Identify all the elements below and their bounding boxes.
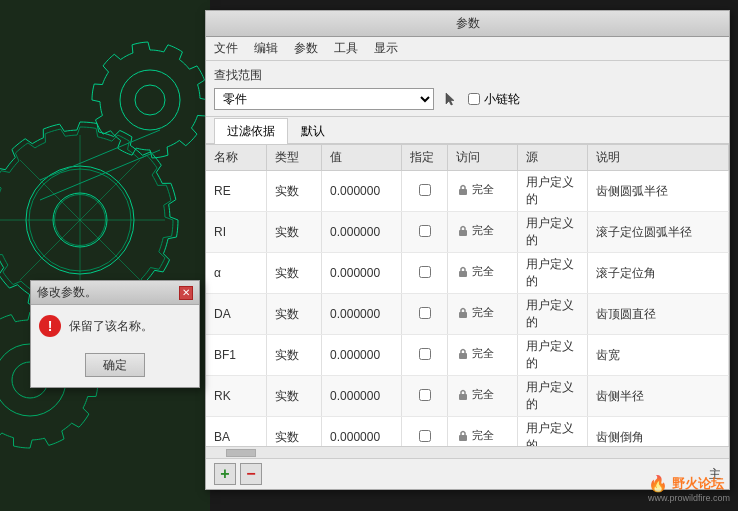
dialog-titlebar: 修改参数。 ✕ [31, 281, 199, 305]
modify-param-dialog: 修改参数。 ✕ ! 保留了该名称。 确定 [30, 280, 200, 388]
main-panel: 参数 文件 编辑 参数 工具 显示 查找范围 零件 [205, 10, 730, 490]
parameters-table-wrapper: 名称 类型 值 指定 访问 源 说明 RE 实数 0.000000 完全 [206, 144, 729, 446]
parameters-table: 名称 类型 值 指定 访问 源 说明 RE 实数 0.000000 完全 [206, 145, 729, 446]
col-header-name: 名称 [206, 145, 266, 171]
table-row[interactable]: α 实数 0.000000 完全 用户定义的 滚子定位角 [206, 253, 729, 294]
svg-rect-3 [459, 312, 467, 318]
cell-value: 0.000000 [322, 171, 402, 212]
watermark-brand: 野火论坛 [672, 475, 724, 493]
cell-type: 实数 [266, 417, 321, 447]
menu-display[interactable]: 显示 [374, 40, 398, 57]
cell-access: 完全 [447, 171, 517, 212]
cell-source: 用户定义的 [517, 417, 587, 447]
cell-source: 用户定义的 [517, 253, 587, 294]
cell-name: DA [206, 294, 266, 335]
cell-type: 实数 [266, 253, 321, 294]
dialog-message: 保留了该名称。 [69, 318, 153, 335]
fire-icon: 🔥 [648, 474, 668, 493]
cell-desc: 齿宽 [588, 335, 729, 376]
cell-access: 完全 [447, 212, 517, 253]
cell-source: 用户定义的 [517, 212, 587, 253]
cell-desc: 齿顶圆直径 [588, 294, 729, 335]
cell-name: RI [206, 212, 266, 253]
cell-access: 完全 [447, 294, 517, 335]
table-row[interactable]: RE 实数 0.000000 完全 用户定义的 齿侧圆弧半径 [206, 171, 729, 212]
cell-assign[interactable] [402, 212, 447, 253]
svg-rect-5 [459, 394, 467, 400]
error-icon: ! [39, 315, 61, 337]
dialog-close-button[interactable]: ✕ [179, 286, 193, 300]
svg-rect-1 [459, 230, 467, 236]
cell-source: 用户定义的 [517, 294, 587, 335]
cell-value: 0.000000 [322, 253, 402, 294]
small-sprocket-checkbox[interactable] [468, 93, 480, 105]
cell-assign[interactable] [402, 335, 447, 376]
add-param-button[interactable]: + [214, 463, 236, 485]
col-header-source: 源 [517, 145, 587, 171]
cell-desc: 齿侧半径 [588, 376, 729, 417]
cell-assign[interactable] [402, 294, 447, 335]
table-row[interactable]: RK 实数 0.000000 完全 用户定义的 齿侧半径 [206, 376, 729, 417]
panel-title: 参数 [206, 11, 729, 37]
cursor-icon [442, 90, 460, 108]
cell-type: 实数 [266, 171, 321, 212]
cell-assign[interactable] [402, 417, 447, 447]
col-header-type: 类型 [266, 145, 321, 171]
watermark-url: www.prowildfire.com [648, 493, 730, 503]
cell-value: 0.000000 [322, 335, 402, 376]
cell-name: RK [206, 376, 266, 417]
tab-filter[interactable]: 过滤依据 [214, 118, 288, 144]
cell-desc: 齿侧圆弧半径 [588, 171, 729, 212]
col-header-assign: 指定 [402, 145, 447, 171]
tabs: 过滤依据 默认 [206, 117, 729, 144]
cell-access: 完全 [447, 417, 517, 447]
menu-file[interactable]: 文件 [214, 40, 238, 57]
table-row[interactable]: BA 实数 0.000000 完全 用户定义的 齿侧倒角 [206, 417, 729, 447]
dialog-title: 修改参数。 [37, 284, 97, 301]
dialog-footer: 确定 [31, 347, 199, 387]
dialog-body: ! 保留了该名称。 [31, 305, 199, 347]
menu-params[interactable]: 参数 [294, 40, 318, 57]
svg-rect-4 [459, 353, 467, 359]
menu-bar: 文件 编辑 参数 工具 显示 [206, 37, 729, 61]
cell-type: 实数 [266, 294, 321, 335]
svg-rect-0 [459, 189, 467, 195]
svg-rect-6 [459, 435, 467, 441]
cell-type: 实数 [266, 376, 321, 417]
svg-rect-2 [459, 271, 467, 277]
cell-access: 完全 [447, 253, 517, 294]
cell-value: 0.000000 [322, 376, 402, 417]
cell-type: 实数 [266, 212, 321, 253]
cell-desc: 滚子定位角 [588, 253, 729, 294]
cell-desc: 滚子定位圆弧半径 [588, 212, 729, 253]
menu-edit[interactable]: 编辑 [254, 40, 278, 57]
cell-value: 0.000000 [322, 294, 402, 335]
col-header-access: 访问 [447, 145, 517, 171]
table-row[interactable]: DA 实数 0.000000 完全 用户定义的 齿顶圆直径 [206, 294, 729, 335]
watermark: 🔥 野火论坛 www.prowildfire.com [648, 474, 730, 503]
cell-type: 实数 [266, 335, 321, 376]
cell-assign[interactable] [402, 376, 447, 417]
small-sprocket-label[interactable]: 小链轮 [468, 91, 520, 108]
cell-name: BF1 [206, 335, 266, 376]
search-select[interactable]: 零件 [214, 88, 434, 110]
menu-tools[interactable]: 工具 [334, 40, 358, 57]
cell-name: α [206, 253, 266, 294]
table-row[interactable]: RI 实数 0.000000 完全 用户定义的 滚子定位圆弧半径 [206, 212, 729, 253]
col-header-desc: 说明 [588, 145, 729, 171]
cell-access: 完全 [447, 335, 517, 376]
cell-source: 用户定义的 [517, 335, 587, 376]
cell-source: 用户定义的 [517, 376, 587, 417]
cell-assign[interactable] [402, 171, 447, 212]
cell-source: 用户定义的 [517, 171, 587, 212]
cell-desc: 齿侧倒角 [588, 417, 729, 447]
col-header-value: 值 [322, 145, 402, 171]
remove-param-button[interactable]: − [240, 463, 262, 485]
search-area: 查找范围 零件 小链轮 [206, 61, 729, 117]
horizontal-scrollbar[interactable] [206, 446, 729, 458]
dialog-ok-button[interactable]: 确定 [85, 353, 145, 377]
cell-assign[interactable] [402, 253, 447, 294]
table-row[interactable]: BF1 实数 0.000000 完全 用户定义的 齿宽 [206, 335, 729, 376]
tab-default[interactable]: 默认 [288, 118, 338, 144]
cell-access: 完全 [447, 376, 517, 417]
